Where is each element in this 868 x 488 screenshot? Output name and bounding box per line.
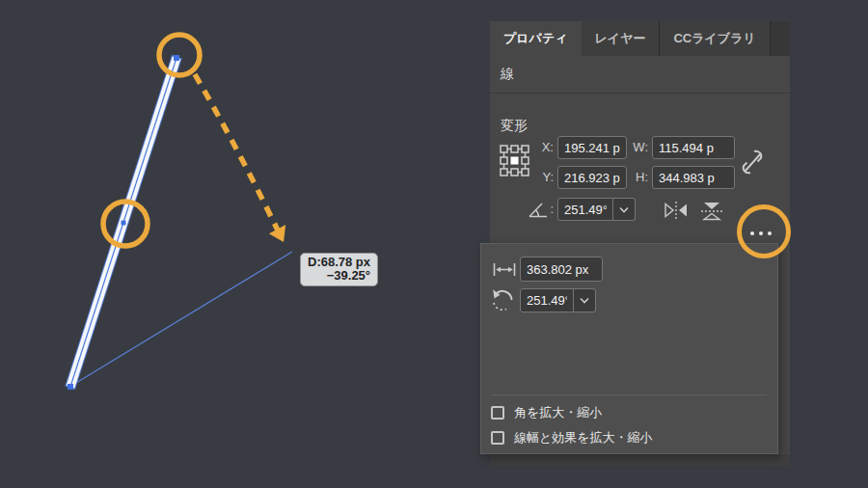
measure-distance: D:68.78 px [308, 256, 370, 269]
angle-input[interactable] [557, 198, 613, 221]
x-input[interactable] [557, 136, 627, 159]
line-length-input[interactable] [520, 257, 603, 282]
rotate-angle-dropdown-button[interactable] [574, 288, 596, 312]
w-field-label: W: [627, 136, 648, 159]
anchor-top[interactable] [174, 55, 179, 61]
y-input[interactable] [557, 166, 627, 189]
more-options-icon [759, 231, 763, 235]
anchor-midpoint[interactable] [122, 221, 126, 226]
reference-point-grid-icon[interactable] [500, 145, 529, 176]
annotation-arrow-shaft [195, 74, 280, 234]
angle-dropdown-button[interactable] [613, 198, 636, 221]
checkbox-scale-strokes-effects-label: 線幅と効果を拡大・縮小 [514, 429, 653, 447]
panel-tab-bar: プロパティ レイヤー CCライブラリ [490, 21, 790, 56]
h-input[interactable] [652, 166, 735, 189]
flip-vertical-icon[interactable] [700, 201, 723, 221]
more-options-button[interactable] [750, 230, 772, 236]
transform-more-popup: 角を拡大・縮小 線幅と効果を拡大・縮小 [480, 243, 778, 454]
more-options-icon [768, 231, 772, 235]
flip-horizontal-icon[interactable] [664, 201, 689, 220]
tab-properties[interactable]: プロパティ [490, 21, 582, 56]
y-field-label: Y: [534, 166, 554, 189]
measure-tooltip: D:68.78 px −39.25° [300, 253, 378, 286]
chevron-down-icon [580, 297, 589, 304]
length-icon [493, 263, 516, 276]
x-field-label: X: [534, 136, 554, 159]
h-field-label: H: [627, 166, 648, 189]
more-options-icon [750, 231, 754, 235]
tab-layers[interactable]: レイヤー [582, 21, 661, 56]
checkbox-scale-strokes-effects[interactable] [491, 431, 504, 445]
stroke-section-header[interactable]: 線 [490, 56, 790, 94]
popup-divider [491, 394, 767, 395]
panel-bottom-edge [490, 454, 790, 466]
checkbox-scale-corners-label: 角を拡大・縮小 [514, 404, 602, 421]
angle-icon [529, 202, 548, 218]
chevron-down-icon [619, 206, 629, 213]
rotate-icon [490, 286, 515, 313]
unlink-icon[interactable] [739, 145, 766, 179]
anchor-bottom[interactable] [68, 384, 73, 390]
tab-bar-filler [771, 21, 790, 56]
transform-section-header: 変形 [501, 118, 528, 135]
checkbox-scale-corners[interactable] [491, 406, 504, 420]
measure-angle: −39.25° [308, 269, 370, 283]
rotate-angle-input[interactable] [520, 288, 574, 312]
w-input[interactable] [652, 136, 735, 159]
angle-field-label: : [548, 198, 554, 221]
tab-cc-libraries[interactable]: CCライブラリ [660, 21, 770, 56]
